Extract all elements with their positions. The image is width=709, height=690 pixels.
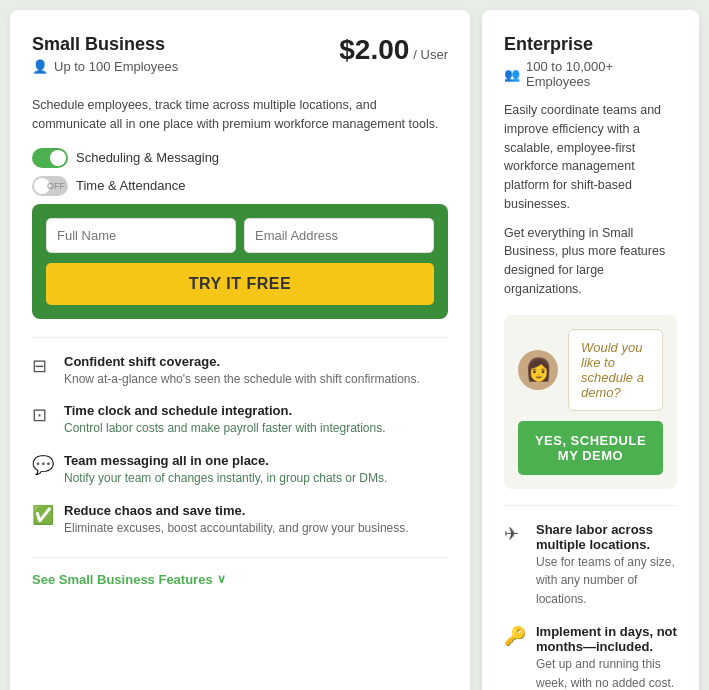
key-icon: 🔑 xyxy=(504,625,526,647)
ent-title: Enterprise xyxy=(504,34,677,55)
feature-text: Time clock and schedule integration. Con… xyxy=(64,403,386,437)
sb-subtitle-row: 👤 Up to 100 Employees xyxy=(32,59,178,74)
list-item: ⊟ Confident shift coverage. Know at-a-gl… xyxy=(32,354,448,388)
sb-description: Schedule employees, track time across mu… xyxy=(32,96,448,134)
feature-desc: Get up and running this week, with no ad… xyxy=(536,657,674,690)
feature-desc: Notify your team of changes instantly, i… xyxy=(64,471,387,485)
users-icon: 👥 xyxy=(504,67,520,82)
feature-text: Reduce chaos and save time. Eliminate ex… xyxy=(64,503,409,537)
list-item: ✈ Share labor across multiple locations.… xyxy=(504,522,677,608)
scheduling-label: Scheduling & Messaging xyxy=(76,150,219,165)
demo-top: 👩 Would you like to schedule a demo? xyxy=(518,329,663,411)
enterprise-card: Enterprise 👥 100 to 10,000+ Employees Ea… xyxy=(482,10,699,690)
feature-text: Share labor across multiple locations. U… xyxy=(536,522,677,608)
attendance-label: Time & Attendance xyxy=(76,178,185,193)
demo-box: 👩 Would you like to schedule a demo? YES… xyxy=(504,315,677,489)
scheduling-toggle[interactable] xyxy=(32,148,68,168)
form-inputs xyxy=(46,218,434,253)
sb-price-unit: / User xyxy=(413,47,448,62)
sb-header: Small Business 👤 Up to 100 Employees $2.… xyxy=(32,34,448,84)
toggle-off-text: OFF xyxy=(47,181,65,191)
feature-desc: Know at-a-glance who's seen the schedule… xyxy=(64,372,420,386)
sb-price-row: $2.00 / User xyxy=(339,34,448,66)
email-input[interactable] xyxy=(244,218,434,253)
attendance-toggle[interactable]: OFF xyxy=(32,176,68,196)
ent-desc1: Easily coordinate teams and improve effi… xyxy=(504,101,677,214)
ent-header: Enterprise 👥 100 to 10,000+ Employees xyxy=(504,34,677,89)
feature-desc: Control labor costs and make payroll fas… xyxy=(64,421,386,435)
feature-title: Time clock and schedule integration. xyxy=(64,403,386,418)
list-item: 🔑 Implement in days, not months—included… xyxy=(504,624,677,690)
schedule-demo-button[interactable]: YES, SCHEDULE MY DEMO xyxy=(518,421,663,475)
list-item: ⊡ Time clock and schedule integration. C… xyxy=(32,403,448,437)
feature-title: Reduce chaos and save time. xyxy=(64,503,409,518)
feature-title: Implement in days, not months—included. xyxy=(536,624,677,654)
feature-text: Team messaging all in one place. Notify … xyxy=(64,453,387,487)
check-icon: ✅ xyxy=(32,504,54,526)
ent-subtitle-row: 👥 100 to 10,000+ Employees xyxy=(504,59,677,89)
demo-bubble: Would you like to schedule a demo? xyxy=(568,329,663,411)
feature-title: Team messaging all in one place. xyxy=(64,453,387,468)
shift-icon: ⊟ xyxy=(32,355,54,377)
divider2 xyxy=(504,505,677,506)
clock-icon: ⊡ xyxy=(32,404,54,426)
feature-text: Implement in days, not months—included. … xyxy=(536,624,677,690)
toggle-knob xyxy=(50,150,66,166)
sb-subtitle: Up to 100 Employees xyxy=(54,59,178,74)
feature-text: Confident shift coverage. Know at-a-glan… xyxy=(64,354,420,388)
divider1 xyxy=(32,337,448,338)
sb-price: $2.00 xyxy=(339,34,409,66)
share-icon: ✈ xyxy=(504,523,526,545)
feature-title: Confident shift coverage. xyxy=(64,354,420,369)
sb-title: Small Business xyxy=(32,34,178,55)
ent-desc2: Get everything in Small Business, plus m… xyxy=(504,224,677,299)
full-name-input[interactable] xyxy=(46,218,236,253)
list-item: 💬 Team messaging all in one place. Notif… xyxy=(32,453,448,487)
user-icon: 👤 xyxy=(32,59,48,74)
small-business-card: Small Business 👤 Up to 100 Employees $2.… xyxy=(10,10,470,690)
ent-subtitle: 100 to 10,000+ Employees xyxy=(526,59,677,89)
list-item: ✅ Reduce chaos and save time. Eliminate … xyxy=(32,503,448,537)
feature-desc: Eliminate excuses, boost accountability,… xyxy=(64,521,409,535)
sb-feature-list: ⊟ Confident shift coverage. Know at-a-gl… xyxy=(32,354,448,537)
signup-form-box: TRY IT FREE xyxy=(32,204,448,319)
sb-see-features-link[interactable]: See Small Business Features ∨ xyxy=(32,557,448,587)
scheduling-toggle-row: Scheduling & Messaging xyxy=(32,148,448,168)
sb-see-features-label: See Small Business Features xyxy=(32,572,213,587)
feature-desc: Use for teams of any size, with any numb… xyxy=(536,555,675,607)
chevron-down-icon: ∨ xyxy=(217,572,226,586)
feature-title: Share labor across multiple locations. xyxy=(536,522,677,552)
attendance-toggle-row: OFF Time & Attendance xyxy=(32,176,448,196)
ent-feature-list: ✈ Share labor across multiple locations.… xyxy=(504,522,677,691)
message-icon: 💬 xyxy=(32,454,54,476)
try-free-button[interactable]: TRY IT FREE xyxy=(46,263,434,305)
avatar: 👩 xyxy=(518,350,558,390)
cards-container: Small Business 👤 Up to 100 Employees $2.… xyxy=(10,10,699,690)
